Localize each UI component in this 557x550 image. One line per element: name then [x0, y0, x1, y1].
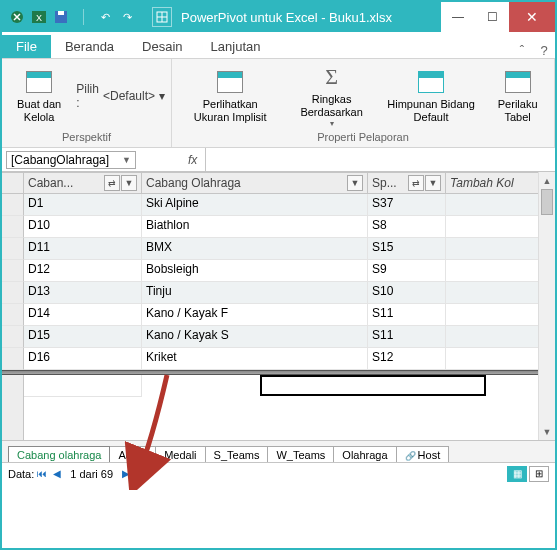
table-row[interactable]: D1Ski AlpineS37 [2, 194, 555, 216]
nav-first-icon[interactable]: ⏮ [34, 468, 50, 479]
cell[interactable]: D12 [24, 260, 142, 282]
cell[interactable]: Bobsleigh [142, 260, 368, 282]
sheet-tab[interactable]: 🔗Host [396, 446, 450, 462]
sheet-tab[interactable]: W_Teams [267, 446, 334, 462]
nav-last-icon[interactable]: ⏭ [133, 468, 149, 479]
table-row[interactable]: D10BiathlonS8 [2, 216, 555, 238]
cell[interactable]: D14 [24, 304, 142, 326]
row-header[interactable] [2, 375, 24, 397]
table-row[interactable]: D13TinjuS10 [2, 282, 555, 304]
nav-next-icon[interactable]: ▶ [119, 468, 133, 479]
implicit-measures-button[interactable]: Perlihatkan Ukuran Implisit [178, 66, 282, 126]
minimize-button[interactable]: — [441, 2, 475, 32]
create-manage-button[interactable]: Buat dan Kelola [8, 66, 70, 126]
cell[interactable]: S10 [368, 282, 446, 304]
filter-icon[interactable]: ▼ [121, 175, 137, 191]
nav-prev-icon[interactable]: ◀ [50, 468, 64, 479]
cell[interactable] [446, 238, 546, 260]
col-header-3[interactable]: Sp... ⇄▼ [368, 173, 446, 193]
cell[interactable]: S11 [368, 304, 446, 326]
diagram-view-button[interactable]: ⊞ [529, 466, 549, 482]
ribbon-collapse-icon[interactable]: ˆ [511, 43, 533, 58]
row-header[interactable] [2, 194, 24, 216]
row-header[interactable] [2, 282, 24, 304]
cell[interactable]: S12 [368, 348, 446, 370]
cell[interactable]: Tinju [142, 282, 368, 304]
sheet-tab[interactable]: Cabang olahraga [8, 446, 110, 462]
tab-file[interactable]: File [2, 35, 51, 58]
cell[interactable]: Kriket [142, 348, 368, 370]
filter-icon[interactable]: ▼ [425, 175, 441, 191]
tab-home[interactable]: Beranda [51, 35, 128, 58]
group-perspektif-label: Perspektif [8, 131, 165, 145]
vertical-scrollbar[interactable]: ▲ ▼ [538, 172, 555, 440]
cell[interactable]: S8 [368, 216, 446, 238]
corner-cell[interactable] [2, 173, 24, 193]
cell[interactable]: D13 [24, 282, 142, 304]
default-fields-button[interactable]: Himpunan Bidang Default [381, 66, 482, 126]
row-header[interactable] [2, 216, 24, 238]
name-box[interactable]: [CabangOlahraga] ▼ [6, 151, 136, 169]
cell[interactable] [446, 348, 546, 370]
table-row[interactable]: D12BobsleighS9 [2, 260, 555, 282]
cell[interactable]: BMX [142, 238, 368, 260]
tab-advanced[interactable]: Lanjutan [197, 35, 275, 58]
cell[interactable]: S11 [368, 326, 446, 348]
cell[interactable] [446, 282, 546, 304]
scroll-up-icon[interactable]: ▲ [539, 172, 555, 189]
scroll-down-icon[interactable]: ▼ [539, 423, 555, 440]
cell[interactable]: D15 [24, 326, 142, 348]
summarize-by-button[interactable]: Σ Ringkas Berdasarkan ▾ [288, 61, 374, 131]
scroll-thumb[interactable] [541, 189, 553, 215]
table-row[interactable]: D15Kano / Kayak SS11 [2, 326, 555, 348]
cell[interactable] [446, 216, 546, 238]
row-header[interactable] [2, 260, 24, 282]
maximize-button[interactable]: ☐ [475, 2, 509, 32]
filter-icon[interactable]: ▼ [347, 175, 363, 191]
cell[interactable]: D10 [24, 216, 142, 238]
header-row: Caban... ⇄▼ Cabang Olahraga ▼ Sp... ⇄▼ T… [2, 172, 555, 194]
col-header-2[interactable]: Cabang Olahraga ▼ [142, 173, 368, 193]
relation-icon[interactable]: ⇄ [104, 175, 120, 191]
cell[interactable] [446, 260, 546, 282]
sheet-tab[interactable]: S_Teams [205, 446, 269, 462]
row-header[interactable] [2, 348, 24, 370]
undo-icon[interactable]: ↶ [96, 8, 114, 26]
cell[interactable]: D1 [24, 194, 142, 216]
cell[interactable]: Kano / Kayak S [142, 326, 368, 348]
close-button[interactable]: ✕ [509, 2, 555, 32]
col-header-1[interactable]: Caban... ⇄▼ [24, 173, 142, 193]
selected-cell[interactable] [260, 375, 486, 396]
row-header[interactable] [2, 238, 24, 260]
cell[interactable]: S37 [368, 194, 446, 216]
cell[interactable]: Ski Alpine [142, 194, 368, 216]
cell[interactable]: D16 [24, 348, 142, 370]
cell[interactable]: D11 [24, 238, 142, 260]
row-header[interactable] [2, 304, 24, 326]
cell[interactable]: S9 [368, 260, 446, 282]
tab-design[interactable]: Desain [128, 35, 196, 58]
sheet-tab[interactable]: Medali [155, 446, 205, 462]
sheet-tab[interactable]: Olahraga [333, 446, 396, 462]
cell[interactable] [446, 326, 546, 348]
cell[interactable] [446, 304, 546, 326]
row-header[interactable] [2, 326, 24, 348]
table-row[interactable]: D16KriketS12 [2, 348, 555, 370]
cell[interactable]: Biathlon [142, 216, 368, 238]
data-view-button[interactable]: ▦ [507, 466, 527, 482]
cell[interactable]: Kano / Kayak F [142, 304, 368, 326]
help-icon[interactable]: ? [533, 43, 555, 58]
fx-label[interactable]: fx [180, 148, 206, 171]
relation-icon[interactable]: ⇄ [408, 175, 424, 191]
measure-cell[interactable] [24, 375, 142, 397]
col-header-add[interactable]: Tambah Kol [446, 173, 546, 193]
sheet-tab[interactable]: Acara [109, 446, 156, 462]
table-row[interactable]: D14Kano / Kayak FS11 [2, 304, 555, 326]
save-icon[interactable] [52, 8, 70, 26]
table-behavior-button[interactable]: Perilaku Tabel [487, 66, 548, 126]
table-row[interactable]: D11BMXS15 [2, 238, 555, 260]
cell[interactable]: S15 [368, 238, 446, 260]
data-grid[interactable]: Caban... ⇄▼ Cabang Olahraga ▼ Sp... ⇄▼ T… [2, 172, 555, 440]
cell[interactable] [446, 194, 546, 216]
perspective-select[interactable]: Pilih : <Default> ▾ [76, 82, 165, 110]
